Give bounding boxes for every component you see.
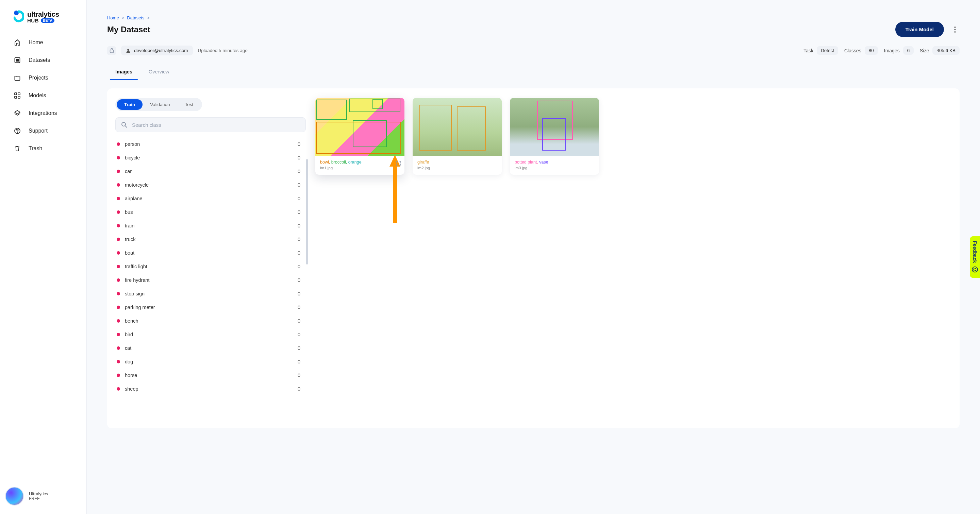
class-count: 0 (298, 373, 301, 378)
sidebar-item-trash[interactable]: Trash (14, 145, 80, 152)
sidebar-item-models[interactable]: Models (14, 92, 80, 99)
brand-name: ultralytics (27, 10, 59, 18)
class-row[interactable]: bird0 (115, 328, 303, 341)
feedback-label: Feedback (972, 241, 978, 263)
class-row[interactable]: motorcycle0 (115, 178, 303, 192)
class-row[interactable]: dog0 (115, 355, 303, 368)
class-count: 0 (298, 386, 301, 392)
split-tab-train[interactable]: Train (117, 99, 143, 110)
class-row[interactable]: person0 (115, 137, 303, 151)
class-count: 0 (298, 141, 301, 147)
class-color-dot (117, 143, 120, 146)
image-thumbnail[interactable] (510, 98, 599, 156)
image-card[interactable]: giraffeim2.jpg (413, 98, 502, 175)
class-row[interactable]: car0 (115, 165, 303, 178)
main: Home > Datasets > My Dataset Train Model… (87, 0, 980, 514)
class-row[interactable]: truck0 (115, 233, 303, 246)
class-name: bus (125, 209, 133, 215)
scrollbar-thumb[interactable] (306, 159, 308, 265)
class-row[interactable]: cat0 (115, 341, 303, 355)
footer-line2: FREE (29, 497, 48, 501)
image-filename: im2.jpg (417, 166, 497, 170)
svg-point-11 (954, 31, 956, 33)
class-name: airplane (125, 196, 143, 201)
breadcrumbs: Home > Datasets > (107, 15, 959, 21)
class-count: 0 (298, 318, 301, 324)
split-tab-test[interactable]: Test (178, 99, 201, 110)
tab-overview[interactable]: Overview (147, 66, 170, 80)
class-name: dog (125, 359, 133, 365)
owner-chip[interactable]: developer@ultralytics.com (121, 46, 193, 56)
class-name: bench (125, 318, 138, 324)
sidebar-item-label: Models (29, 92, 46, 98)
sidebar: ultralytics HUB BETA HomeDatasetsProject… (0, 0, 87, 514)
class-row[interactable]: airplane0 (115, 192, 303, 205)
class-count: 0 (298, 305, 301, 310)
visibility-lock-chip[interactable] (107, 46, 116, 55)
expand-icon[interactable] (396, 160, 401, 167)
avatar[interactable] (5, 487, 24, 506)
class-color-dot (117, 319, 120, 323)
trash-icon (14, 145, 21, 152)
class-row[interactable]: traffic light0 (115, 260, 303, 273)
sidebar-item-label: Trash (29, 146, 42, 152)
class-color-dot (117, 306, 120, 309)
svg-rect-3 (14, 93, 17, 95)
image-card[interactable]: bowl, broccoli, orangeim1.jpg (315, 98, 404, 175)
stat-task-label: Task (803, 48, 813, 53)
search-wrap[interactable] (115, 117, 306, 132)
image-card[interactable]: potted plant, vaseim3.jpg (510, 98, 599, 175)
bounding-box (457, 106, 486, 151)
svg-line-15 (125, 126, 127, 127)
image-tags: bowl, broccoli, orange (320, 160, 400, 165)
breadcrumb-datasets[interactable]: Datasets (127, 15, 144, 21)
sidebar-item-integrations[interactable]: Integrations (14, 109, 80, 117)
svg-point-20 (975, 270, 976, 271)
image-thumbnail[interactable] (413, 98, 502, 156)
class-row[interactable]: parking meter0 (115, 300, 303, 314)
class-row[interactable]: bus0 (115, 205, 303, 219)
tab-images[interactable]: Images (114, 66, 134, 80)
class-name: stop sign (125, 291, 145, 297)
sidebar-item-support[interactable]: Support (14, 127, 80, 135)
class-count: 0 (298, 182, 301, 188)
sidebar-item-projects[interactable]: Projects (14, 74, 80, 82)
train-model-button[interactable]: Train Model (895, 22, 944, 37)
class-list[interactable]: person0bicycle0car0motorcycle0airplane0b… (115, 137, 306, 396)
class-color-dot (117, 197, 120, 200)
bounding-box (317, 100, 347, 120)
class-row[interactable]: train0 (115, 219, 303, 233)
class-row[interactable]: bench0 (115, 314, 303, 328)
class-name: car (125, 169, 132, 174)
class-row[interactable]: stop sign0 (115, 287, 303, 300)
sidebar-item-label: Integrations (29, 110, 57, 116)
class-color-dot (117, 251, 120, 255)
class-row[interactable]: bicycle0 (115, 151, 303, 165)
datasets-icon (14, 56, 21, 64)
brand-logo[interactable]: ultralytics HUB BETA (14, 10, 80, 24)
class-row[interactable]: boat0 (115, 246, 303, 260)
breadcrumb-sep: > (147, 15, 150, 21)
stat-images-value: 6 (903, 46, 914, 55)
breadcrumb-home[interactable]: Home (107, 15, 119, 21)
svg-rect-5 (14, 96, 17, 98)
smile-icon (972, 266, 978, 272)
image-thumbnail[interactable] (315, 98, 404, 156)
sidebar-item-label: Home (29, 40, 43, 46)
class-count: 0 (298, 264, 301, 269)
sidebar-item-datasets[interactable]: Datasets (14, 56, 80, 64)
class-count: 0 (298, 155, 301, 160)
split-tab-validation[interactable]: Validation (143, 99, 177, 110)
class-color-dot (117, 170, 120, 173)
search-input[interactable] (132, 122, 300, 128)
class-row[interactable]: horse0 (115, 368, 303, 382)
class-row[interactable]: sheep0 (115, 382, 303, 396)
class-name: boat (125, 250, 134, 255)
bounding-box (419, 105, 452, 151)
uploaded-timestamp: Uploaded 5 minutes ago (198, 48, 248, 53)
class-row[interactable]: fire hydrant0 (115, 273, 303, 287)
sidebar-item-home[interactable]: Home (14, 39, 80, 46)
feedback-tab[interactable]: Feedback (970, 236, 980, 278)
kebab-menu-button[interactable] (950, 25, 959, 34)
sidebar-footer[interactable]: Ultralytics FREE (5, 487, 80, 507)
